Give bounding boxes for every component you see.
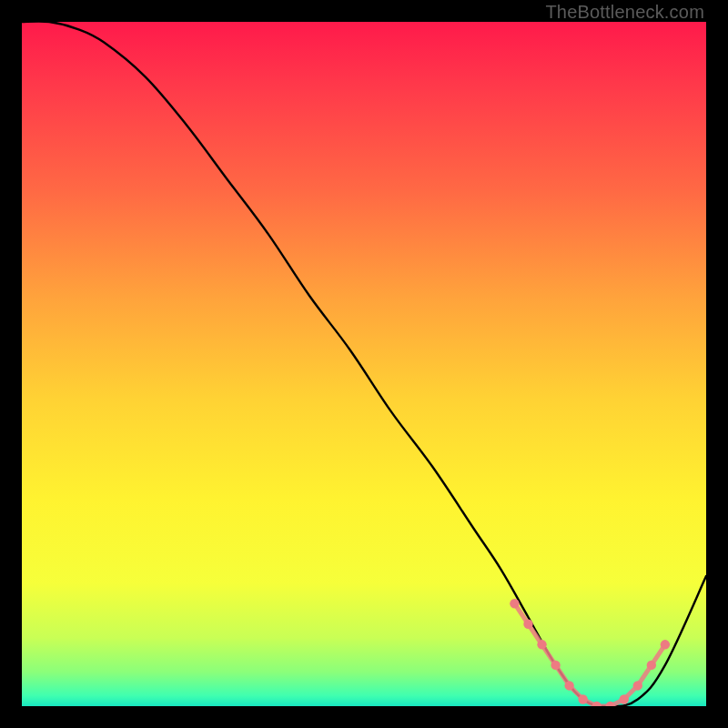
chart-frame bbox=[22, 22, 706, 706]
optimum-dot bbox=[620, 694, 629, 703]
optimum-dot bbox=[523, 620, 532, 629]
optimum-dot bbox=[578, 694, 587, 703]
optimum-dot bbox=[661, 640, 670, 649]
chart-svg bbox=[22, 22, 706, 706]
optimum-dot bbox=[537, 640, 546, 649]
chart-background bbox=[22, 22, 706, 706]
optimum-dot bbox=[551, 661, 560, 670]
optimum-dot bbox=[647, 661, 656, 670]
optimum-dot bbox=[633, 681, 642, 690]
watermark-text: TheBottleneck.com bbox=[545, 2, 704, 23]
optimum-dot bbox=[510, 599, 519, 608]
optimum-dot bbox=[564, 681, 573, 690]
